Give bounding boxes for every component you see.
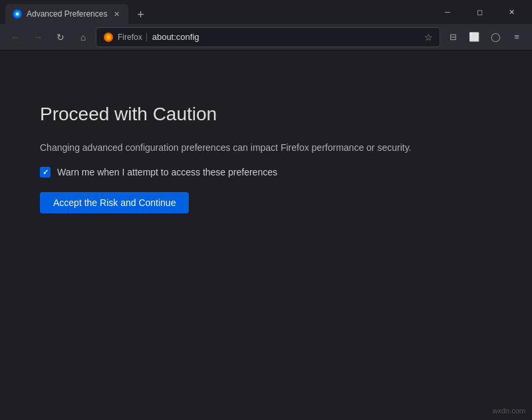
page-title: Proceed with Caution: [40, 104, 411, 125]
collections-button[interactable]: ⊟: [443, 27, 463, 47]
warn-checkbox-label[interactable]: Warn me when I attempt to access these p…: [57, 167, 277, 177]
tab-sync-button[interactable]: ⬜: [464, 27, 484, 47]
close-button[interactable]: ✕: [496, 2, 527, 22]
reload-button[interactable]: ↻: [51, 27, 70, 47]
new-tab-button[interactable]: +: [131, 5, 150, 24]
restore-button[interactable]: ◻: [464, 2, 495, 22]
address-bar[interactable]: Firefox about:config ☆: [96, 27, 440, 47]
navigation-bar: ← → ↻ ⌂ Firefox about:config ☆ ⊟ ⬜ ◯ ≡: [0, 24, 532, 51]
tab-title: Advanced Preferences: [27, 9, 107, 19]
window-controls: ─ ◻ ✕: [432, 2, 527, 22]
checkbox-check-icon: ✓: [43, 168, 49, 177]
tab-favicon: [12, 9, 23, 19]
firefox-icon: [103, 32, 114, 43]
back-button[interactable]: ←: [5, 27, 25, 47]
tab-strip: Advanced Preferences ✕ +: [5, 0, 427, 24]
warn-checkbox-row: ✓ Warn me when I attempt to access these…: [40, 167, 411, 177]
accept-risk-button[interactable]: Accept the Risk and Continue: [40, 192, 189, 213]
site-name: Firefox: [118, 33, 147, 42]
url-display: about:config: [152, 32, 420, 42]
active-tab[interactable]: Advanced Preferences ✕: [5, 4, 128, 24]
description-text: Changing advanced configuration preferen…: [40, 141, 411, 155]
title-bar: Advanced Preferences ✕ + ─ ◻ ✕: [0, 0, 532, 24]
home-button[interactable]: ⌂: [73, 27, 93, 47]
menu-button[interactable]: ≡: [507, 27, 527, 47]
tab-close-button[interactable]: ✕: [111, 9, 122, 19]
bookmark-star-icon[interactable]: ☆: [424, 32, 433, 43]
forward-button[interactable]: →: [28, 27, 48, 47]
svg-point-5: [107, 36, 110, 39]
toolbar-right: ⊟ ⬜ ◯ ≡: [443, 27, 527, 47]
svg-point-2: [16, 13, 19, 15]
warning-container: Proceed with Caution Changing advanced c…: [40, 104, 411, 213]
content-area: Proceed with Caution Changing advanced c…: [0, 51, 532, 420]
profile-button[interactable]: ◯: [485, 27, 505, 47]
warn-checkbox[interactable]: ✓: [40, 167, 51, 177]
minimize-button[interactable]: ─: [432, 2, 463, 22]
